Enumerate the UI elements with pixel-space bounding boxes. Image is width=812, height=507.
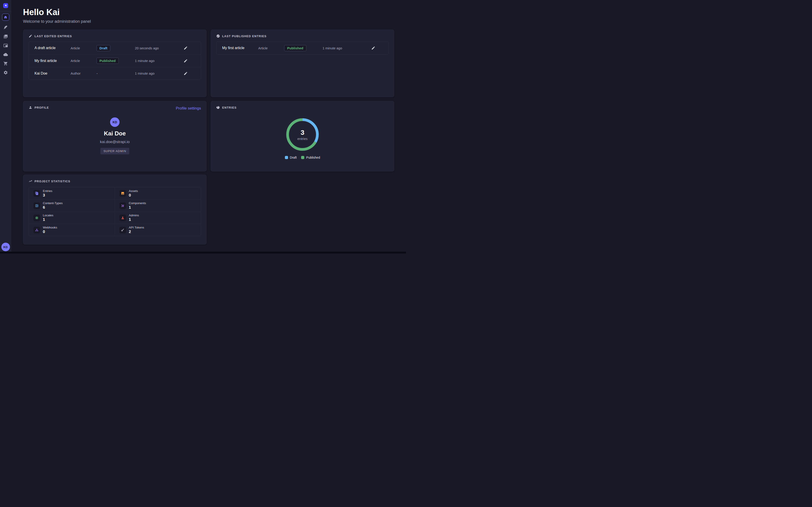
stat-entries: Entries 3 (29, 187, 115, 200)
entries-count-label: entries (297, 137, 307, 140)
profile-panel: Profile Profile settings KD Kai Doe kai.… (23, 101, 207, 171)
panel-title: Entries (222, 106, 237, 109)
person-icon (29, 106, 32, 109)
draft-swatch (285, 156, 288, 159)
entry-kind: Author (70, 71, 97, 75)
entry-name: Kai Doe (35, 71, 70, 75)
stat-admins: Admins 1 (115, 212, 201, 224)
stat-api-tokens: API Tokens 2 (115, 224, 201, 236)
entry-time: 1 minute ago (135, 71, 184, 75)
sidebar-item-content-manager[interactable] (3, 25, 8, 30)
sidebar-item-media-library[interactable] (3, 34, 8, 39)
page-subtitle: Welcome to your administration panel (23, 19, 394, 24)
avatar: KD (110, 117, 119, 127)
sidebar-nav (0, 11, 11, 75)
entry-time: 1 minute ago (135, 59, 184, 63)
legend-item-published: Published (301, 156, 320, 159)
stat-content-types: Content-Types 6 (29, 200, 115, 212)
stat-locales: Locales 1 (29, 212, 115, 224)
strapi-logo-icon (4, 4, 7, 7)
panel-title: Last published entries (222, 35, 267, 38)
entry-kind: Article (258, 46, 284, 50)
panel-title: Last edited entries (35, 35, 72, 38)
entry-kind: Article (70, 59, 97, 63)
trending-up-icon (29, 179, 32, 183)
sidebar-item-home[interactable] (2, 13, 9, 21)
cart-icon (3, 61, 8, 66)
gear-icon (3, 70, 8, 75)
page-title: Hello Kai (23, 7, 394, 17)
images-icon (119, 190, 126, 197)
entries-panel: Entries 3 entries Draft (211, 101, 394, 171)
last-edited-entries-panel: Last edited entries A draft article Arti… (23, 30, 207, 97)
edit-button[interactable] (371, 46, 376, 50)
profile-name: Kai Doe (104, 130, 126, 137)
stat-assets: Assets 0 (115, 187, 201, 200)
project-statistics-panel: Project Statistics Entries 3 (23, 175, 207, 244)
last-published-table: My first article Article Published 1 min… (216, 42, 389, 55)
sidebar: KD (0, 0, 11, 253)
panel-title: Profile (35, 106, 49, 109)
stat-components: Components 1 (115, 200, 201, 212)
status-badge: Draft (97, 45, 110, 51)
status-badge: Published (97, 58, 119, 64)
entry-name: My first article (222, 46, 258, 50)
documents-icon (33, 190, 40, 197)
stat-webhooks: Webhooks 0 (29, 224, 115, 236)
table-row[interactable]: A draft article Article Draft 20 seconds… (29, 42, 201, 54)
check-circle-icon (216, 34, 220, 38)
statistics-grid: Entries 3 Assets 0 (29, 187, 201, 236)
sidebar-item-cloud[interactable] (3, 52, 8, 57)
sidebar-item-settings[interactable] (3, 70, 8, 75)
entry-name: A draft article (35, 46, 70, 50)
globe-icon (33, 215, 40, 221)
webhook-icon (33, 227, 40, 233)
status-badge: - (97, 70, 100, 76)
chart-pie-icon (216, 106, 220, 109)
table-row[interactable]: Kai Doe Author - 1 minute ago (29, 67, 201, 79)
main-content: Hello Kai Welcome to your administration… (11, 7, 406, 244)
entry-kind: Article (70, 46, 97, 50)
pencil-icon (29, 34, 32, 38)
last-edited-table: A draft article Article Draft 20 seconds… (29, 42, 201, 80)
feather-icon (3, 25, 8, 30)
sidebar-item-marketplace[interactable] (3, 61, 8, 66)
published-swatch (301, 156, 304, 159)
key-icon (119, 227, 126, 233)
entry-time: 20 seconds ago (135, 46, 184, 50)
chart-legend: Draft Published (285, 156, 320, 159)
table-row[interactable]: My first article Article Published 1 min… (216, 42, 389, 54)
edit-button[interactable] (184, 71, 188, 75)
user-icon (119, 215, 126, 221)
last-published-entries-panel: Last published entries My first article … (211, 30, 394, 97)
legend-item-draft: Draft (285, 156, 297, 159)
profile-settings-link[interactable]: Profile settings (176, 106, 201, 111)
entry-time: 1 minute ago (322, 46, 371, 50)
bottom-strip (0, 252, 406, 253)
role-badge: SUPER ADMIN (100, 148, 130, 154)
layout-icon (3, 43, 8, 48)
sidebar-item-content-type-builder[interactable] (3, 43, 8, 48)
profile-email: kai.doe@strapi.io (100, 140, 130, 144)
edit-button[interactable] (184, 46, 188, 50)
images-icon (3, 34, 8, 39)
user-avatar[interactable]: KD (1, 243, 10, 251)
table-row[interactable]: My first article Article Published 1 min… (29, 54, 201, 67)
home-icon (4, 15, 7, 19)
panel-title: Project Statistics (35, 180, 70, 183)
layout-icon (33, 202, 40, 209)
edit-button[interactable] (184, 59, 188, 63)
entry-name: My first article (35, 59, 70, 63)
entries-count: 3 (301, 129, 305, 136)
entries-donut-chart: 3 entries (286, 118, 319, 151)
components-icon (119, 202, 126, 209)
status-badge: Published (284, 45, 306, 51)
strapi-logo[interactable] (3, 3, 8, 8)
cloud-icon (3, 52, 8, 57)
